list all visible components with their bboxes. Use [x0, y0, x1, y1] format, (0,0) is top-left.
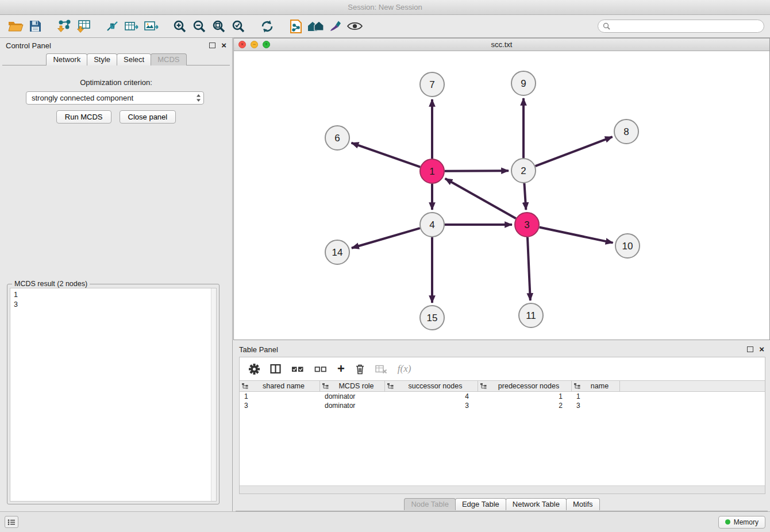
graph-node-1[interactable]: 1: [420, 159, 444, 183]
main-toolbar: [0, 15, 770, 38]
graph-edge-2-3[interactable]: [524, 183, 526, 210]
graph-node-2[interactable]: 2: [511, 159, 536, 183]
tab-network[interactable]: Network: [46, 53, 87, 65]
function-builder-icon[interactable]: f(x): [398, 363, 411, 375]
apply-style-icon[interactable]: [325, 17, 345, 36]
svg-text:6: 6: [334, 133, 340, 144]
svg-text:3: 3: [524, 219, 529, 230]
traffic-lights: × − +: [238, 41, 270, 48]
zoom-fit-icon[interactable]: [209, 17, 229, 36]
search-input[interactable]: [613, 22, 759, 30]
window-maximize-icon[interactable]: +: [263, 41, 270, 48]
status-bar: Memory: [0, 511, 770, 532]
column-header-predecessor-nodes[interactable]: predecessor nodes: [478, 381, 572, 391]
table-cell[interactable]: 1: [240, 392, 320, 401]
tab-node-table[interactable]: Node Table: [404, 498, 456, 510]
table-header-row: shared name MCDS role successor nodes pr…: [240, 380, 765, 392]
new-network-from-selection-icon[interactable]: [286, 17, 306, 36]
delete-column-icon[interactable]: [355, 364, 365, 375]
export-image-icon[interactable]: [141, 17, 161, 36]
refresh-icon[interactable]: [257, 17, 277, 36]
import-network-icon[interactable]: [54, 17, 74, 36]
graph-node-3[interactable]: 3: [515, 213, 539, 237]
column-header-name[interactable]: name: [572, 381, 620, 391]
graph-node-15[interactable]: 15: [420, 306, 444, 330]
tab-network-table[interactable]: Network Table: [506, 498, 567, 510]
table-cell[interactable]: 4: [385, 392, 478, 401]
table-cell[interactable]: dominator: [320, 401, 385, 410]
mcds-buttons: Run MCDS Close panel: [0, 110, 232, 124]
table-horizontal-scrollbar[interactable]: [240, 485, 765, 494]
graph-node-10[interactable]: 10: [615, 234, 640, 258]
run-mcds-button[interactable]: Run MCDS: [56, 110, 111, 124]
unselect-all-columns-icon[interactable]: [314, 365, 327, 373]
tab-edge-table[interactable]: Edge Table: [455, 498, 506, 510]
table-tabs: Node Table Edge Table Network Table Moti…: [233, 494, 770, 511]
graph-edge-3-1[interactable]: [445, 179, 516, 218]
network-view[interactable]: 7968124314101511: [234, 51, 769, 340]
save-session-icon[interactable]: [25, 17, 45, 36]
svg-text:2: 2: [521, 165, 526, 176]
table-row[interactable]: 3dominator323: [240, 401, 765, 410]
criterion-select[interactable]: strongly connected component: [26, 91, 204, 105]
graph-node-7[interactable]: 7: [420, 72, 444, 97]
mcds-result-list[interactable]: 1 3: [10, 288, 217, 502]
import-table-icon[interactable]: [74, 17, 93, 36]
result-scrollbar[interactable]: [211, 288, 216, 501]
first-neighbors-icon[interactable]: [306, 17, 325, 36]
column-label: name: [591, 382, 609, 390]
graph-edge-3-10[interactable]: [540, 228, 613, 243]
float-table-panel-icon[interactable]: [747, 346, 753, 352]
window-close-icon[interactable]: ×: [238, 41, 246, 48]
export-network-icon[interactable]: [102, 17, 122, 36]
tab-select[interactable]: Select: [117, 53, 151, 65]
show-hide-panels-icon[interactable]: [345, 17, 364, 36]
close-panel-button[interactable]: Close panel: [120, 110, 176, 124]
graph-edge-3-11[interactable]: [528, 237, 530, 300]
open-session-icon[interactable]: [6, 17, 25, 36]
table-cell[interactable]: 1: [572, 392, 620, 401]
export-table-icon[interactable]: [122, 17, 141, 36]
graph-edge-4-14[interactable]: [352, 228, 420, 248]
show-columns-icon[interactable]: [270, 364, 281, 374]
table-cell[interactable]: 3: [385, 401, 478, 410]
tab-style[interactable]: Style: [87, 53, 117, 65]
float-panel-icon[interactable]: [209, 43, 215, 48]
graph-edge-2-8[interactable]: [536, 137, 613, 166]
column-header-mcds-role[interactable]: MCDS role: [320, 381, 385, 391]
table-row[interactable]: 1dominator411: [240, 392, 765, 401]
zoom-out-icon[interactable]: [190, 17, 209, 36]
memory-button[interactable]: Memory: [718, 516, 765, 529]
graph-node-9[interactable]: 9: [511, 71, 536, 95]
graph-node-14[interactable]: 14: [325, 240, 349, 264]
zoom-in-icon[interactable]: [170, 17, 190, 36]
close-panel-icon[interactable]: ×: [221, 43, 226, 48]
table-cell[interactable]: 2: [478, 401, 572, 410]
close-table-panel-icon[interactable]: ×: [759, 346, 764, 352]
graph-edge-1-6[interactable]: [352, 143, 421, 167]
status-menu-button[interactable]: [5, 516, 18, 528]
table-settings-gear-icon[interactable]: [249, 364, 260, 375]
column-header-filler: [620, 381, 765, 391]
table-cell[interactable]: 1: [478, 392, 572, 401]
tab-mcds[interactable]: MCDS: [151, 53, 186, 65]
zoom-selected-icon[interactable]: [229, 17, 248, 36]
graph-node-4[interactable]: 4: [420, 213, 444, 237]
graph-node-11[interactable]: 11: [519, 303, 543, 327]
network-graph[interactable]: 7968124314101511: [234, 51, 769, 340]
table-cell[interactable]: 3: [240, 401, 320, 410]
graph-node-6[interactable]: 6: [325, 126, 349, 150]
select-all-columns-icon[interactable]: [291, 365, 304, 373]
create-column-icon[interactable]: +: [337, 363, 345, 375]
delete-table-icon[interactable]: [375, 364, 387, 374]
graph-edge-1-2[interactable]: [445, 171, 509, 171]
column-header-shared-name[interactable]: shared name: [240, 381, 320, 391]
window-minimize-icon[interactable]: −: [251, 41, 258, 48]
node-table: + f(x) shared name MCDS role: [239, 357, 765, 494]
tab-motifs[interactable]: Motifs: [566, 498, 600, 510]
graph-node-8[interactable]: 8: [614, 119, 638, 144]
column-header-successor-nodes[interactable]: successor nodes: [385, 381, 478, 391]
search-box[interactable]: [598, 20, 764, 33]
table-cell[interactable]: dominator: [320, 392, 385, 401]
table-cell[interactable]: 3: [572, 401, 620, 410]
